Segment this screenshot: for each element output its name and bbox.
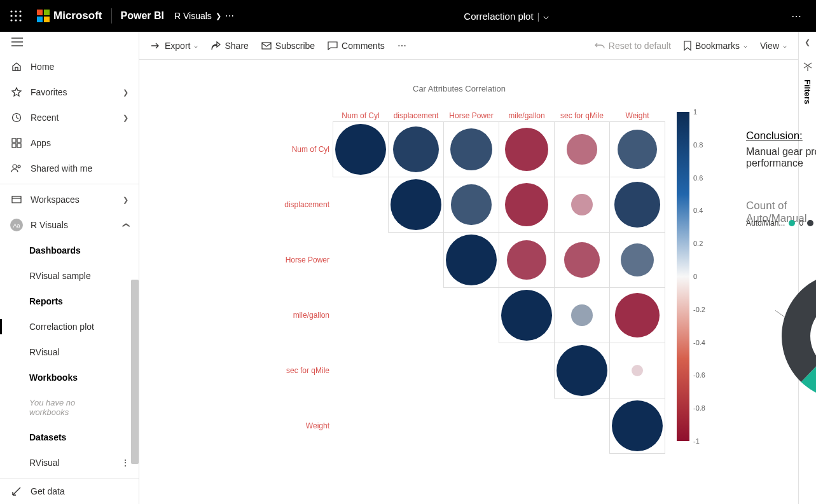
nav-sidebar: Home Favorites ❯ Recent ❯ Apps Shared wi… xyxy=(0,32,139,504)
scale-tick: -0.6 xyxy=(693,371,705,379)
chevron-up-icon: ❯ xyxy=(121,222,130,228)
corr-cell xyxy=(499,177,555,233)
svg-point-5 xyxy=(19,15,21,17)
report-rvisual[interactable]: RVisual xyxy=(0,339,139,365)
donut-slice-1[interactable] xyxy=(782,273,816,382)
svg-text:Aa: Aa xyxy=(13,222,20,229)
subscribe-button[interactable]: Subscribe xyxy=(261,41,315,51)
collapse-nav-button[interactable] xyxy=(0,32,139,51)
view-button[interactable]: View ⌵ xyxy=(760,41,787,51)
nav-home[interactable]: Home xyxy=(0,54,139,79)
scale-tick: 0.2 xyxy=(693,240,703,247)
dataset-rvisual[interactable]: RVisual ⋮ xyxy=(0,450,139,475)
nav-shared[interactable]: Shared with me xyxy=(0,156,139,181)
corr-cell xyxy=(443,177,499,233)
corr-cell xyxy=(333,121,389,177)
breadcrumb[interactable]: R Visuals ❯ ⋯ xyxy=(174,11,235,21)
legend-swatch-0 xyxy=(789,220,795,226)
corr-cell xyxy=(388,121,444,177)
corr-row-header: sec for qMile xyxy=(282,343,333,398)
comments-button[interactable]: Comments xyxy=(328,41,385,51)
svg-point-18 xyxy=(18,165,20,168)
bookmark-icon xyxy=(684,41,691,51)
more-icon[interactable]: ⋮ xyxy=(121,458,130,468)
corr-cell xyxy=(499,232,555,288)
conclusion-body: Manual gear provides better performance xyxy=(746,146,816,169)
microsoft-label: Microsoft xyxy=(53,10,102,22)
report-area: Export ⌵ Share Subscribe Comments ⋯ Rese… xyxy=(139,32,798,504)
breadcrumb-label: R Visuals xyxy=(174,11,212,21)
scale-tick: 0 xyxy=(693,273,697,280)
chevron-down-icon: ⌵ xyxy=(743,42,747,49)
nav-workspaces[interactable]: Workspaces ❯ xyxy=(0,187,139,212)
correlation-chart[interactable]: Num of CyldisplacementHorse Powermile/ga… xyxy=(282,109,665,454)
scale-tick: 1 xyxy=(693,108,697,116)
global-header: Microsoft Power BI R Visuals ❯ ⋯ Correla… xyxy=(0,0,816,32)
app-launcher-button[interactable] xyxy=(0,0,32,32)
export-button[interactable]: Export ⌵ xyxy=(151,41,198,51)
chevron-left-icon: ❮ xyxy=(805,38,810,46)
section-dashboards: Dashboards xyxy=(0,238,139,263)
sidebar-scrollbar[interactable] xyxy=(131,280,139,464)
scale-tick: -1 xyxy=(693,437,700,445)
chevron-right-icon: ❯ xyxy=(216,12,221,20)
section-datasets: Datasets xyxy=(0,425,139,450)
get-data-button[interactable]: Get data xyxy=(0,479,139,504)
product-brand[interactable]: Power BI xyxy=(121,10,164,22)
chevron-down-icon[interactable]: ⌵ xyxy=(543,10,549,22)
correlation-chart-title: Car Attributes Correlation xyxy=(413,84,506,93)
legend-swatch-1 xyxy=(807,220,813,226)
nav-recent[interactable]: Recent ❯ xyxy=(0,105,139,130)
corr-cell xyxy=(499,121,555,177)
legend-field: Auto/Man... xyxy=(746,219,785,228)
share-icon xyxy=(211,41,221,50)
nav-rvisuals-workspace[interactable]: Aa R Visuals ❯ xyxy=(0,212,139,238)
divider xyxy=(111,8,112,24)
svg-rect-23 xyxy=(262,43,271,49)
corr-cell xyxy=(554,177,610,233)
corr-cell xyxy=(609,343,665,398)
bookmarks-button[interactable]: Bookmarks ⌵ xyxy=(684,41,747,51)
conclusion-text-visual[interactable]: Conclusion: Manual gear provides better … xyxy=(746,130,816,169)
corr-cell xyxy=(554,121,610,177)
toolbar-more-button[interactable]: ⋯ xyxy=(398,41,408,51)
svg-rect-16 xyxy=(17,144,21,147)
legend-label-0: 0 xyxy=(799,219,803,228)
svg-rect-19 xyxy=(12,196,21,203)
mail-icon xyxy=(261,42,272,50)
microsoft-logo-icon xyxy=(37,10,50,22)
corr-cell xyxy=(609,287,665,343)
workspace-icon xyxy=(10,194,23,205)
filters-icon xyxy=(803,62,813,72)
report-toolbar: Export ⌵ Share Subscribe Comments ⋯ Rese… xyxy=(139,32,798,60)
svg-point-1 xyxy=(15,10,17,12)
scale-tick: -0.2 xyxy=(693,306,705,313)
section-workbooks: Workbooks xyxy=(0,365,139,390)
more-icon[interactable]: ⋯ xyxy=(225,11,235,21)
corr-cell xyxy=(388,177,444,233)
chevron-down-icon: ⌵ xyxy=(783,42,787,49)
nav-favorites[interactable]: Favorites ❯ xyxy=(0,79,139,105)
svg-rect-13 xyxy=(12,139,16,142)
color-scale xyxy=(677,112,689,441)
corr-col-header: sec for qMile xyxy=(554,109,610,122)
svg-point-4 xyxy=(15,15,17,17)
reset-button: Reset to default xyxy=(595,41,671,51)
home-icon xyxy=(10,62,23,72)
chevron-right-icon: ❯ xyxy=(123,196,128,204)
report-correlaction-plot[interactable]: Correlaction plot xyxy=(0,314,139,339)
corr-cell xyxy=(554,232,610,288)
filters-label: Filters xyxy=(803,79,812,104)
donut-chart[interactable]: 1 0 xyxy=(775,266,816,406)
nav-apps[interactable]: Apps xyxy=(0,130,139,156)
svg-point-8 xyxy=(19,19,21,21)
corr-col-header: mile/gallon xyxy=(499,109,555,122)
star-icon xyxy=(10,87,23,97)
svg-line-24 xyxy=(775,310,785,317)
share-button[interactable]: Share xyxy=(211,41,248,51)
corr-cell xyxy=(554,287,610,343)
dashboard-rvisual-sample[interactable]: RVisual sample xyxy=(0,263,139,289)
get-data-icon xyxy=(10,486,23,496)
more-options-button[interactable]: ⋯ xyxy=(791,10,803,22)
microsoft-logo: Microsoft xyxy=(37,10,102,22)
